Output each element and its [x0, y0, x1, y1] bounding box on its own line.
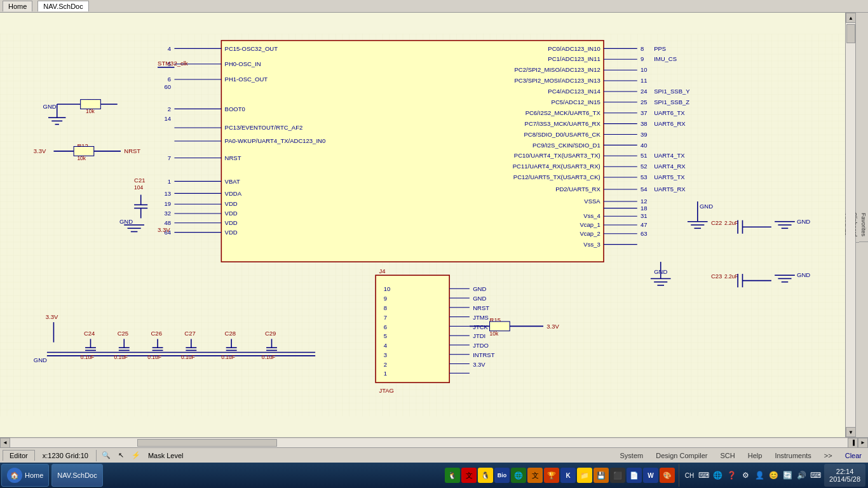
tab-home[interactable]: Home [3, 1, 32, 11]
svg-text:C29: C29 [265, 330, 276, 337]
svg-text:0.1uF: 0.1uF [221, 354, 235, 360]
svg-text:0.1uF: 0.1uF [181, 354, 195, 360]
tab-nav-schdoc[interactable]: NAV.SchDoc [37, 1, 88, 11]
menu-sch[interactable]: SCH [717, 451, 739, 461]
scroll-right-arrow[interactable]: ► [858, 438, 868, 448]
schematic-container: PC15-OSC32_OUT 4 PH0-OSC_IN 5 PH1-OSC_OU… [0, 13, 868, 437]
svg-text:GND: GND [473, 286, 486, 293]
taskbar-app-12[interactable]: 📄 [627, 468, 642, 483]
scroll-up-arrow[interactable]: ▲ [846, 13, 856, 23]
svg-text:2.2uF: 2.2uF [724, 220, 738, 226]
svg-text:NRST: NRST [473, 304, 489, 311]
taskbar-app-13[interactable]: W [643, 468, 658, 483]
svg-text:48: 48 [165, 219, 172, 226]
tray-update[interactable]: 🔄 [781, 469, 794, 482]
scroll-down-arrow[interactable]: ▼ [846, 427, 856, 437]
taskbar-clock[interactable]: 22:14 2014/5/28 [824, 464, 865, 487]
taskbar-app-7[interactable]: 🏆 [544, 468, 559, 483]
svg-text:GND: GND [797, 271, 810, 278]
taskbar-app-9[interactable]: 📁 [577, 468, 592, 483]
svg-text:51: 51 [641, 152, 648, 159]
tab-editor[interactable]: Editor [3, 450, 35, 461]
svg-text:UART4_RX: UART4_RX [654, 163, 686, 170]
taskbar-app-14[interactable]: 🎨 [660, 468, 675, 483]
svg-text:JTDO: JTDO [473, 342, 489, 349]
svg-text:PPS: PPS [654, 45, 666, 52]
horizontal-scrollbar[interactable]: ◄ ▐ ► [0, 437, 868, 447]
taskbar-app-5[interactable]: 🌐 [511, 468, 526, 483]
svg-text:9: 9 [641, 55, 644, 62]
taskbar-app-3[interactable]: 🐧 [478, 468, 493, 483]
tab-nav-label: NAV.SchDoc [43, 3, 83, 10]
filter-icon[interactable]: ⚡ [129, 451, 143, 459]
svg-text:40: 40 [641, 142, 648, 149]
tray-settings[interactable]: ⚙ [739, 469, 752, 482]
scroll-left-arrow[interactable]: ◄ [0, 438, 10, 448]
svg-text:3.3V: 3.3V [473, 361, 485, 368]
svg-text:PH1-OSC_OUT: PH1-OSC_OUT [225, 76, 268, 83]
svg-text:3: 3 [384, 351, 387, 358]
taskbar-window-1[interactable]: NAV.SchDoc [51, 464, 102, 487]
svg-text:PC9/I2S_CKIN/SDIO_D1: PC9/I2S_CKIN/SDIO_D1 [532, 142, 600, 149]
svg-text:54: 54 [641, 186, 648, 193]
tray-sound[interactable]: 🔊 [795, 469, 808, 482]
schematic-canvas[interactable]: PC15-OSC32_OUT 4 PH0-OSC_IN 5 PH1-OSC_OU… [0, 13, 845, 437]
tray-network[interactable]: 🌐 [711, 469, 724, 482]
menu-help[interactable]: Help [744, 451, 766, 461]
svg-text:47: 47 [641, 221, 648, 228]
svg-text:10: 10 [384, 286, 391, 293]
taskbar-app-2[interactable]: 文 [461, 468, 477, 483]
svg-text:3.3V: 3.3V [34, 147, 46, 154]
menu-instruments[interactable]: Instruments [771, 451, 815, 461]
taskbar-app-11[interactable]: ⬛ [610, 468, 625, 483]
svg-text:PC1/ADC123_IN11: PC1/ADC123_IN11 [548, 55, 600, 62]
tray-faces[interactable]: 😊 [767, 469, 780, 482]
scroll-thumb-h[interactable] [137, 439, 277, 447]
svg-text:C21: C21 [134, 177, 145, 184]
svg-text:C28: C28 [225, 330, 236, 337]
svg-text:4: 4 [384, 342, 387, 349]
taskbar-app-6[interactable]: 文 [527, 468, 543, 483]
svg-text:UART6_TX: UART6_TX [654, 109, 685, 116]
svg-text:VDD: VDD [225, 200, 238, 207]
tray-keyboard[interactable]: ⌨ [697, 469, 710, 482]
menu-system[interactable]: System [616, 451, 648, 461]
svg-text:1: 1 [168, 178, 171, 185]
scroll-thumb-v[interactable] [846, 24, 855, 43]
right-panel: Favorites Clipboard Libraries [855, 13, 868, 437]
tab-editor-label: Editor [10, 452, 28, 459]
svg-text:PC3/SPI2_MOSI/ADC123_IN13: PC3/SPI2_MOSI/ADC123_IN13 [515, 77, 600, 84]
start-button[interactable]: 🏠 Home [1, 464, 49, 487]
vertical-scrollbar[interactable]: ▲ ▼ [845, 13, 855, 437]
svg-text:53: 53 [641, 173, 648, 180]
taskbar-app-10[interactable]: 💾 [593, 468, 609, 483]
svg-text:10k: 10k [77, 155, 86, 161]
svg-text:IMU_CS: IMU_CS [654, 55, 677, 62]
right-panel-favorites[interactable]: Favorites [859, 208, 868, 242]
tray-user[interactable]: 👤 [753, 469, 766, 482]
scroll-track-v[interactable] [846, 23, 855, 427]
start-icon: 🏠 [7, 468, 22, 483]
svg-text:UART5_RX: UART5_RX [654, 186, 686, 193]
taskbar-app-4[interactable]: Bio [494, 468, 510, 483]
scroll-track-h[interactable] [10, 438, 848, 447]
tray-help[interactable]: ❓ [725, 469, 738, 482]
svg-text:3.3V: 3.3V [546, 323, 559, 330]
cursor-icon[interactable]: ↖ [116, 451, 126, 459]
taskbar-app-8[interactable]: K [560, 468, 576, 483]
menu-design-compiler[interactable]: Design Compiler [652, 451, 711, 461]
tray-ime[interactable]: CH [683, 469, 696, 482]
svg-text:INTRST: INTRST [473, 351, 495, 358]
svg-text:39: 39 [641, 131, 648, 138]
search-icon[interactable]: 🔍 [99, 451, 113, 459]
scroll-grip[interactable]: ▐ [848, 438, 858, 448]
svg-text:VDD: VDD [225, 219, 238, 226]
clear-button[interactable]: Clear [841, 451, 865, 461]
taskbar: 🏠 Home NAV.SchDoc 🐧 文 🐧 Bio 🌐 文 🏆 K 📁 💾 … [0, 463, 868, 488]
menu-more[interactable]: >> [820, 451, 836, 461]
title-bar: Home NAV.SchDoc [0, 0, 868, 13]
taskbar-app-1[interactable]: 🐧 [445, 468, 460, 483]
svg-text:10k: 10k [86, 108, 95, 114]
tray-keyboard2[interactable]: ⌨ [809, 469, 822, 482]
svg-text:0.1uF: 0.1uF [147, 354, 161, 360]
